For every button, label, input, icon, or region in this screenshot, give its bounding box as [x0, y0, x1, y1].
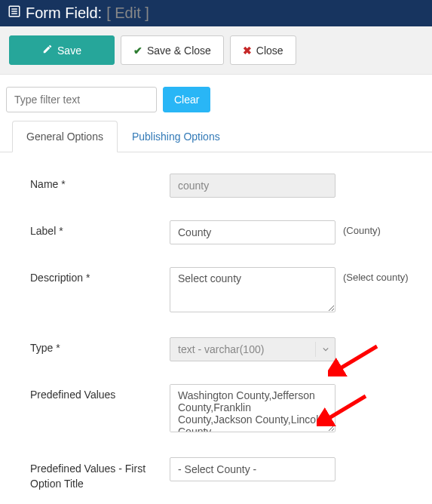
- description-field[interactable]: Select county: [170, 267, 335, 312]
- filter-input[interactable]: [6, 87, 157, 112]
- form-body: Name * Label * (County) Description * Se…: [0, 152, 432, 504]
- close-button[interactable]: ✖ Close: [230, 35, 296, 65]
- save-button[interactable]: Save: [9, 35, 115, 65]
- predef-label: Predefined Values: [30, 384, 170, 401]
- edit-icon: [42, 44, 53, 57]
- description-hint: (Select county): [335, 267, 409, 283]
- page-title: Form Field:: [26, 5, 102, 22]
- first-option-field[interactable]: [170, 457, 335, 481]
- close-label: Close: [256, 45, 283, 57]
- first-option-label: Predefined Values - First Option Title: [30, 457, 170, 491]
- page-header: Form Field: [ Edit ]: [0, 0, 432, 26]
- tabs: General Options Publishing Options: [0, 120, 432, 152]
- label-hint: (County): [335, 220, 381, 236]
- type-label: Type *: [30, 337, 170, 354]
- page-subtitle: [ Edit ]: [106, 5, 149, 22]
- tab-general[interactable]: General Options: [12, 121, 118, 152]
- save-close-button[interactable]: ✔ Save & Close: [121, 35, 224, 65]
- save-label: Save: [57, 45, 81, 57]
- toolbar: Save ✔ Save & Close ✖ Close: [0, 26, 432, 75]
- chevron-down-icon: [315, 342, 335, 357]
- predef-field[interactable]: Washington County,Jefferson County,Frank…: [170, 384, 335, 432]
- close-icon: ✖: [243, 45, 252, 57]
- save-close-label: Save & Close: [147, 45, 211, 57]
- label-label: Label *: [30, 220, 170, 237]
- description-label: Description *: [30, 267, 170, 284]
- type-select[interactable]: text - varchar(100): [170, 337, 335, 361]
- type-value: text - varchar(100): [178, 343, 264, 355]
- label-field[interactable]: [170, 220, 335, 244]
- list-icon: [8, 5, 21, 22]
- filter-bar: Clear: [0, 75, 432, 120]
- name-field[interactable]: [170, 174, 335, 198]
- check-icon: ✔: [133, 45, 142, 57]
- clear-button[interactable]: Clear: [163, 87, 210, 112]
- tab-publishing[interactable]: Publishing Options: [118, 121, 234, 152]
- name-label: Name *: [30, 174, 170, 190]
